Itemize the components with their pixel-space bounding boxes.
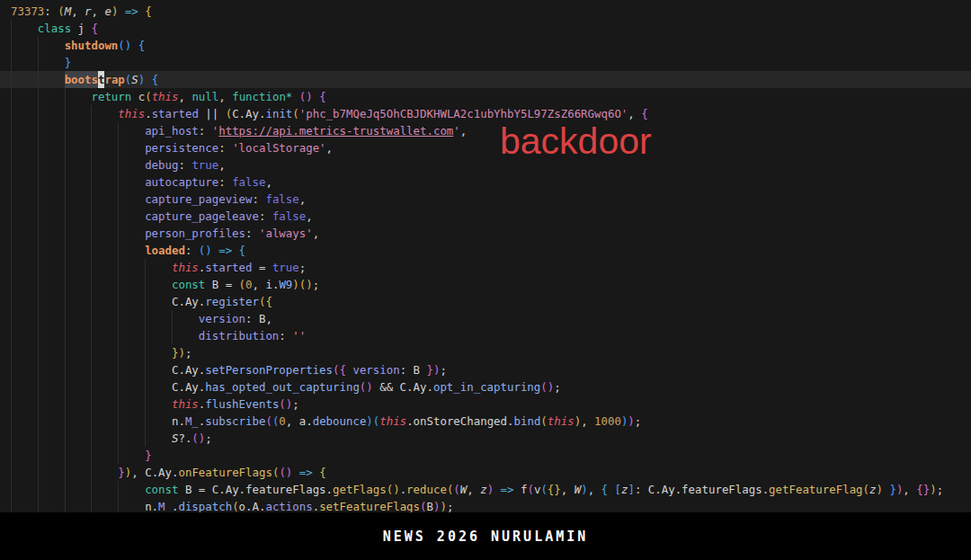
indent-guide	[91, 276, 118, 293]
code-token: this	[172, 259, 199, 276]
code-line[interactable]: });	[0, 344, 971, 361]
indent-guide	[91, 447, 118, 464]
code-line[interactable]: S?.();	[0, 430, 971, 447]
indent-guide	[91, 156, 118, 173]
code-line[interactable]: this.flushEvents();	[0, 396, 971, 413]
code-line[interactable]: }), C.Ay.onFeatureFlags(() => {	[0, 464, 971, 481]
indent-guide	[38, 293, 65, 310]
indent-guide	[38, 344, 65, 361]
code-line[interactable]: }	[0, 447, 971, 464]
code-line[interactable]: persistence: 'localStorage',	[0, 139, 971, 156]
indent-guide	[65, 481, 92, 498]
code-line[interactable]: autocapture: false,	[0, 173, 971, 191]
code-token: W	[460, 481, 467, 498]
indent-guide	[91, 293, 118, 310]
code-line[interactable]: api_host: 'https://api.metrics-trustwall…	[0, 122, 971, 139]
code-token: has_opted_out_capturing	[205, 378, 360, 396]
indent-guide	[91, 139, 118, 156]
code-token: ''	[292, 327, 306, 344]
code-token: B = C.Ay.featureFlags.	[178, 481, 333, 498]
code-token: B =	[205, 276, 238, 293]
code-token: loaded	[145, 242, 185, 259]
code-token: )	[581, 481, 587, 498]
code-token: 'always'	[259, 225, 313, 242]
code-line[interactable]: return c(this, null, function* () {	[0, 88, 971, 105]
code-line[interactable]: debug: true,	[0, 156, 971, 173]
code-line[interactable]: person_profiles: 'always',	[0, 225, 971, 242]
code-line-current[interactable]: bootstrap(S) {	[0, 71, 971, 88]
code-token: {}	[548, 481, 561, 498]
indent-guide	[65, 259, 92, 276]
indent-guide	[91, 259, 118, 276]
code-line[interactable]: distribution: ''	[0, 327, 971, 344]
code-token: C.Ay.	[172, 378, 205, 396]
indent-guide	[118, 378, 145, 396]
indent-guide	[118, 430, 145, 447]
code-token	[292, 88, 298, 105]
code-token: null	[192, 88, 218, 105]
code-token: started	[205, 259, 252, 276]
code-token	[494, 481, 500, 498]
code-line[interactable]: version: B,	[0, 310, 971, 327]
code-token: ()	[299, 88, 313, 105]
code-token: distribution	[199, 327, 280, 344]
code-line[interactable]: const B = (0, i.W9)();	[0, 276, 971, 293]
code-editor[interactable]: 73373: (M, r, e) => {class j {shutdown()…	[0, 0, 971, 512]
code-token: =>	[299, 464, 313, 481]
indent-guide	[65, 191, 92, 208]
code-token: )	[896, 481, 903, 498]
indent-guide	[38, 156, 65, 173]
code-line[interactable]: 73373: (M, r, e) => {	[0, 3, 971, 20]
code-token: =>	[501, 481, 514, 498]
code-token: ;	[185, 344, 192, 361]
indent-guide	[38, 54, 65, 71]
code-token: ,	[92, 3, 105, 20]
code-line[interactable]: const B = C.Ay.featureFlags.getFlags().r…	[0, 481, 971, 498]
indent-guide	[91, 225, 118, 242]
indent-guide	[65, 88, 92, 105]
code-line[interactable]: n.M_.subscribe((0, a.debounce)(this.onSt…	[0, 413, 971, 430]
code-token: )	[487, 481, 494, 498]
code-token: z	[621, 481, 628, 498]
indent-guide	[11, 105, 38, 122]
code-token: ]	[628, 481, 634, 498]
code-token: {	[239, 242, 245, 259]
indent-guide	[65, 344, 92, 361]
code-token: }	[145, 447, 151, 464]
code-line[interactable]: capture_pageleave: false,	[0, 208, 971, 225]
code-line[interactable]: class j {	[0, 20, 971, 37]
indent-guide	[65, 447, 92, 464]
code-token: '	[212, 122, 218, 139]
indent-guide	[172, 327, 199, 344]
code-token: true	[272, 259, 299, 276]
code-token: false	[232, 173, 265, 191]
indent-guide	[91, 105, 118, 122]
code-token: .	[145, 105, 151, 122]
code-token: (	[125, 71, 131, 88]
indent-guide	[91, 208, 118, 225]
code-line[interactable]: this.started || (C.Ay.init('phc_b7MQeJq5…	[0, 105, 971, 122]
indent-guide	[11, 396, 38, 413]
indent-guide	[11, 139, 38, 156]
code-token: ;	[440, 361, 446, 378]
code-token: {	[601, 481, 608, 498]
indent-guide	[91, 361, 118, 378]
code-line[interactable]: this.started = true;	[0, 259, 971, 276]
code-line[interactable]: C.Ay.has_opted_out_capturing() && C.Ay.o…	[0, 378, 971, 396]
code-line[interactable]: loaded: () => {	[0, 242, 971, 259]
code-token: ;	[937, 481, 943, 498]
code-token: boots	[65, 71, 98, 88]
code-token: )	[292, 276, 298, 293]
indent-guide	[11, 156, 38, 173]
code-line[interactable]: }	[0, 54, 971, 71]
code-token	[131, 37, 138, 54]
indent-guide	[145, 378, 172, 396]
code-line[interactable]: capture_pageview: false,	[0, 191, 971, 208]
code-token: shutdown	[65, 37, 119, 54]
code-token: )	[366, 413, 372, 430]
code-line[interactable]: C.Ay.register({	[0, 293, 971, 310]
code-line[interactable]: shutdown() {	[0, 37, 971, 54]
code-line[interactable]: C.Ay.setPersonProperties({ version: B })…	[0, 361, 971, 378]
code-token: ({	[333, 361, 346, 378]
code-token: : B	[400, 361, 427, 378]
